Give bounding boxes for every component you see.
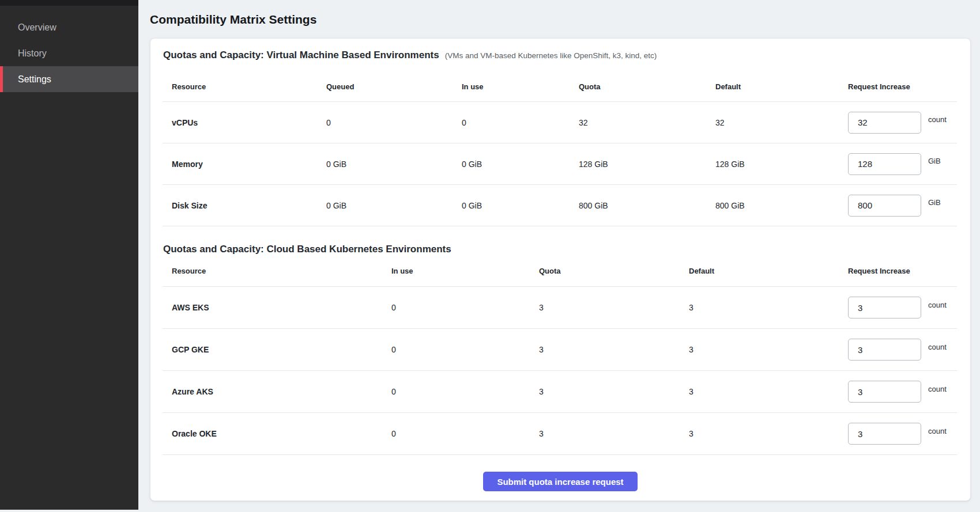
- settings-card: Quotas and Capacity: Virtual Machine Bas…: [150, 38, 971, 501]
- default-value: 3: [689, 345, 848, 354]
- page-title: Compatibility Matrix Settings: [150, 13, 971, 26]
- sidebar: Overview History Settings: [0, 0, 138, 510]
- quota-value: 128 GiB: [579, 160, 715, 169]
- column-header: Default: [689, 267, 848, 275]
- request-increase-input[interactable]: [848, 423, 921, 445]
- sidebar-nav: Overview History Settings: [0, 14, 138, 92]
- vm-quota-table: Resource Queued In use Quota Default Req…: [163, 71, 957, 226]
- request-increase-input[interactable]: [848, 112, 921, 134]
- column-header: Quota: [579, 82, 715, 91]
- sidebar-item-label: Settings: [18, 74, 51, 85]
- submit-row: Submit quota increase request: [150, 472, 970, 491]
- column-header: Queued: [326, 82, 462, 91]
- quota-value: 3: [539, 345, 689, 354]
- queued-value: 0 GiB: [326, 160, 462, 169]
- sidebar-item-label: Overview: [18, 22, 56, 33]
- request-increase-input[interactable]: [848, 381, 921, 403]
- in-use-value: 0: [391, 303, 539, 312]
- in-use-value: 0: [391, 429, 539, 438]
- request-increase-cell: GiB: [848, 195, 957, 217]
- in-use-value: 0: [391, 345, 539, 354]
- resource-name: Disk Size: [163, 201, 326, 210]
- unit-label: GiB: [928, 198, 941, 207]
- resource-name: vCPUs: [163, 118, 326, 127]
- cloud-quota-table: Resource In use Quota Default Request In…: [163, 255, 957, 455]
- vm-section-header: Quotas and Capacity: Virtual Machine Bas…: [163, 50, 957, 61]
- cloud-section-header: Quotas and Capacity: Cloud Based Kuberne…: [163, 244, 957, 255]
- quota-value: 3: [539, 303, 689, 312]
- table-row: GCP GKE 0 3 3 count: [163, 329, 957, 371]
- column-header: Resource: [163, 267, 391, 275]
- sidebar-item[interactable]: Settings: [0, 66, 138, 92]
- in-use-value: 0: [391, 387, 539, 396]
- default-value: 3: [689, 387, 848, 396]
- resource-name: GCP GKE: [163, 345, 391, 354]
- resource-name: Azure AKS: [163, 387, 391, 396]
- table-row: Oracle OKE 0 3 3 count: [163, 413, 957, 455]
- main-content: Compatibility Matrix Settings Quotas and…: [138, 0, 980, 512]
- request-increase-input[interactable]: [848, 297, 921, 318]
- queued-value: 0 GiB: [326, 201, 462, 210]
- unit-label: count: [928, 115, 947, 124]
- unit-label: count: [928, 385, 947, 393]
- request-increase-cell: GiB: [848, 153, 957, 175]
- default-value: 32: [715, 118, 848, 127]
- quota-value: 3: [539, 387, 689, 396]
- vm-section-title: Quotas and Capacity: Virtual Machine Bas…: [163, 50, 439, 61]
- request-increase-cell: count: [848, 112, 957, 134]
- request-increase-cell: count: [848, 423, 957, 445]
- sidebar-item[interactable]: History: [0, 40, 138, 66]
- request-increase-cell: count: [848, 339, 957, 361]
- resource-name: Oracle OKE: [163, 429, 391, 438]
- unit-label: count: [928, 301, 947, 309]
- default-value: 3: [689, 429, 848, 438]
- column-header: Quota: [539, 267, 689, 275]
- in-use-value: 0 GiB: [462, 201, 579, 210]
- column-header: Request Increase: [848, 267, 957, 275]
- quota-value: 32: [579, 118, 715, 127]
- quota-value: 800 GiB: [579, 201, 715, 210]
- default-value: 3: [689, 303, 848, 312]
- request-increase-input[interactable]: [848, 195, 921, 217]
- default-value: 800 GiB: [715, 201, 848, 210]
- table-row: Disk Size 0 GiB 0 GiB 800 GiB 800 GiB Gi…: [163, 185, 957, 226]
- column-header: In use: [391, 267, 539, 275]
- request-increase-cell: count: [848, 381, 957, 403]
- sidebar-item[interactable]: Overview: [0, 14, 138, 40]
- unit-label: GiB: [928, 157, 941, 165]
- table-row: vCPUs 0 0 32 32 count: [163, 102, 957, 143]
- resource-name: Memory: [163, 160, 326, 169]
- table-row: AWS EKS 0 3 3 count: [163, 287, 957, 329]
- vm-table-header-row: Resource Queued In use Quota Default Req…: [163, 71, 957, 102]
- default-value: 128 GiB: [715, 160, 848, 169]
- column-header: In use: [462, 82, 579, 91]
- table-row: Memory 0 GiB 0 GiB 128 GiB 128 GiB GiB: [163, 143, 957, 185]
- column-header: Request Increase: [848, 82, 957, 91]
- column-header: Default: [715, 82, 848, 91]
- request-increase-input[interactable]: [848, 339, 921, 361]
- sidebar-item-label: History: [18, 48, 47, 59]
- submit-quota-button[interactable]: Submit quota increase request: [483, 472, 637, 491]
- sidebar-top-strip: [0, 0, 138, 6]
- cloud-section-title: Quotas and Capacity: Cloud Based Kuberne…: [163, 244, 451, 255]
- vm-section-note: (VMs and VM-based Kubernetes like OpenSh…: [445, 51, 657, 60]
- in-use-value: 0 GiB: [462, 160, 579, 169]
- in-use-value: 0: [462, 118, 579, 127]
- queued-value: 0: [326, 118, 462, 127]
- request-increase-cell: count: [848, 297, 957, 318]
- unit-label: count: [928, 343, 947, 351]
- unit-label: count: [928, 427, 947, 435]
- column-header: Resource: [163, 82, 326, 91]
- quota-value: 3: [539, 429, 689, 438]
- request-increase-input[interactable]: [848, 153, 921, 175]
- cloud-table-header-row: Resource In use Quota Default Request In…: [163, 255, 957, 287]
- table-row: Azure AKS 0 3 3 count: [163, 371, 957, 413]
- resource-name: AWS EKS: [163, 303, 391, 312]
- app-root: Overview History Settings Compatibility …: [0, 0, 980, 512]
